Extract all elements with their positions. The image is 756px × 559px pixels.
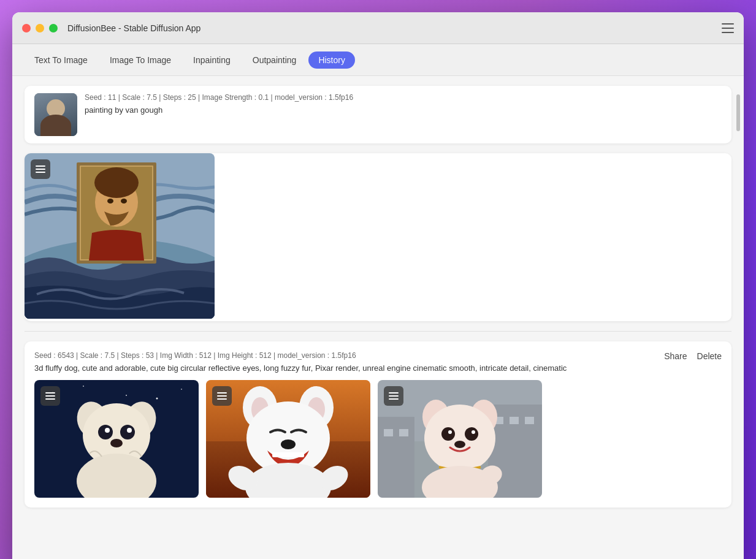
- traffic-lights: [22, 24, 58, 32]
- tab-image-to-image[interactable]: Image To Image: [100, 51, 181, 69]
- svg-point-13: [181, 389, 182, 390]
- tab-outpainting[interactable]: Outpainting: [243, 51, 307, 69]
- menu-line-1: [722, 23, 734, 25]
- history-item-1-info: Seed : 11 | Scale : 7.5 | Steps : 25 | I…: [85, 93, 353, 115]
- maximize-button[interactable]: [49, 24, 58, 32]
- van-gogh-menu-button[interactable]: [31, 159, 50, 179]
- menu-d1-c: [45, 398, 55, 400]
- svg-point-6: [94, 167, 139, 198]
- history-item-dogs: Seed : 6543 | Scale : 7.5 | Steps : 53 |…: [25, 341, 731, 508]
- menu-line-2: [722, 28, 734, 29]
- delete-button[interactable]: Delete: [697, 351, 722, 361]
- menu-line-b: [36, 169, 45, 170]
- svg-rect-38: [378, 417, 414, 498]
- nav-bar: Text To Image Image To Image Inpainting …: [12, 44, 744, 76]
- dog-3-menu-button[interactable]: [384, 386, 403, 406]
- svg-point-51: [448, 430, 452, 434]
- history-item-1: Seed : 11 | Scale : 7.5 | Steps : 25 | I…: [25, 86, 731, 143]
- menu-line-3: [722, 32, 734, 33]
- dog-image-2-container: [206, 380, 370, 498]
- menu-line-c: [36, 172, 45, 173]
- menu-d1-a: [45, 392, 55, 394]
- dogs-item-actions: Share Delete: [664, 351, 722, 361]
- svg-point-11: [83, 386, 84, 387]
- minimize-button[interactable]: [36, 24, 44, 32]
- svg-point-52: [472, 430, 475, 434]
- scrollbar[interactable]: [736, 94, 740, 131]
- history-item-1-prompt: painting by van gough: [85, 105, 353, 115]
- dog-image-3-container: [378, 380, 542, 498]
- history-item-vg: [25, 153, 731, 321]
- svg-point-49: [441, 427, 455, 441]
- tab-text-to-image[interactable]: Text To Image: [25, 51, 97, 69]
- svg-rect-41: [384, 429, 393, 436]
- app-window: DiffusionBee - Stable Diffusion App Text…: [12, 12, 744, 559]
- tab-inpainting[interactable]: Inpainting: [183, 51, 240, 69]
- dogs-item-info: Seed : 6543 | Scale : 7.5 | Steps : 53 |…: [34, 351, 567, 373]
- svg-point-14: [126, 395, 127, 396]
- dog-2-menu-button[interactable]: [212, 386, 232, 406]
- title-bar: DiffusionBee - Stable Diffusion App: [12, 12, 744, 44]
- svg-rect-42: [399, 429, 408, 436]
- menu-d3-b: [389, 395, 399, 397]
- history-container: Seed : 11 | Scale : 7.5 | Steps : 25 | I…: [12, 76, 744, 527]
- svg-point-53: [454, 441, 465, 448]
- dog-1-menu-button[interactable]: [40, 386, 60, 406]
- svg-point-22: [110, 439, 123, 447]
- van-gogh-image-container: [25, 153, 215, 319]
- van-gogh-painting: [25, 153, 215, 319]
- svg-point-8: [121, 199, 127, 203]
- svg-rect-44: [510, 417, 519, 424]
- svg-point-12: [156, 398, 158, 400]
- van-gogh-image-section: [25, 153, 731, 321]
- svg-point-48: [424, 405, 495, 472]
- svg-rect-45: [525, 417, 534, 424]
- menu-d3-c: [389, 398, 399, 400]
- content-wrapper: Seed : 11 | Scale : 7.5 | Steps : 25 | I…: [12, 76, 744, 527]
- history-item-1-meta: Seed : 11 | Scale : 7.5 | Steps : 25 | I…: [85, 93, 353, 102]
- history-item-1-thumbnail: [34, 93, 77, 136]
- divider-1: [25, 331, 731, 332]
- svg-point-18: [98, 425, 113, 439]
- tab-history[interactable]: History: [308, 51, 355, 69]
- dogs-image-grid: [34, 380, 722, 498]
- dogs-item-prompt: 3d fluffy dog, cute and adorable, cute b…: [34, 363, 567, 373]
- menu-line-a: [36, 165, 45, 167]
- svg-point-20: [105, 428, 110, 433]
- menu-d2-c: [217, 398, 227, 400]
- menu-d1-b: [45, 395, 55, 397]
- svg-point-50: [465, 427, 478, 441]
- window-title: DiffusionBee - Stable Diffusion App: [67, 23, 722, 33]
- menu-icon[interactable]: [722, 23, 734, 33]
- svg-point-7: [107, 199, 113, 203]
- svg-point-33: [281, 439, 296, 449]
- share-button[interactable]: Share: [664, 351, 687, 361]
- menu-d3-a: [389, 392, 399, 394]
- svg-point-21: [127, 428, 132, 433]
- dog-image-1-container: [34, 380, 199, 498]
- menu-d2-b: [217, 395, 227, 397]
- svg-rect-32: [272, 452, 304, 457]
- dogs-item-header: Seed : 6543 | Scale : 7.5 | Steps : 53 |…: [34, 351, 722, 373]
- close-button[interactable]: [22, 24, 31, 32]
- main-content: Seed : 11 | Scale : 7.5 | Steps : 25 | I…: [12, 76, 744, 559]
- menu-d2-a: [217, 392, 227, 394]
- svg-point-19: [120, 425, 135, 439]
- dogs-item-meta: Seed : 6543 | Scale : 7.5 | Steps : 53 |…: [34, 351, 567, 360]
